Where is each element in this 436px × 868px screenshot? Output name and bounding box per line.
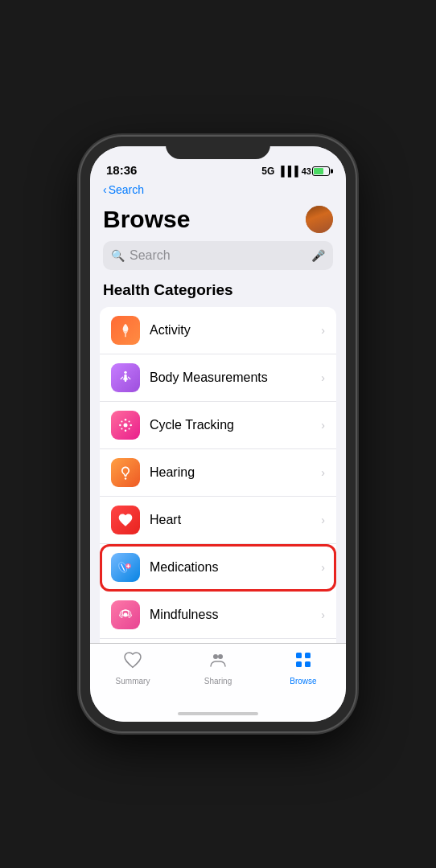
category-item-mindfulness[interactable]: Mindfulness › (100, 592, 336, 639)
activity-label: Activity (150, 323, 321, 338)
medications-icon (111, 553, 140, 582)
svg-rect-23 (305, 661, 311, 667)
search-bar[interactable]: 🔍 Search 🎤 (103, 241, 333, 270)
search-input[interactable]: Search (130, 248, 306, 263)
category-item-mobility[interactable]: Mobility › (100, 639, 336, 643)
svg-point-8 (121, 420, 122, 422)
svg-point-19 (218, 654, 223, 659)
cycle-label: Cycle Tracking (150, 418, 321, 432)
medications-label: Medications (150, 560, 321, 575)
notch (166, 137, 270, 159)
sharing-tab-icon (208, 650, 228, 674)
scroll-content[interactable]: Browse 🔍 Search 🎤 Health Categories (90, 199, 346, 643)
summary-tab-icon (123, 650, 142, 674)
body-chevron-icon: › (321, 371, 325, 384)
medications-chevron-icon: › (321, 561, 325, 574)
battery-icon: 43 (302, 166, 330, 176)
category-item-hearing[interactable]: Hearing › (100, 449, 336, 497)
browse-tab-icon (294, 650, 313, 674)
activity-chevron-icon: › (321, 324, 325, 337)
search-icon: 🔍 (111, 249, 125, 262)
tab-browse[interactable]: Browse (261, 650, 346, 686)
microphone-icon[interactable]: 🎤 (311, 249, 325, 262)
category-item-body[interactable]: Body Measurements › (100, 354, 336, 402)
heart-label: Heart (150, 513, 321, 527)
svg-line-2 (128, 377, 130, 379)
signal-bars-icon: ▐▐▐ (278, 166, 298, 177)
svg-point-18 (213, 654, 218, 659)
mindfulness-chevron-icon: › (321, 608, 325, 621)
nav-bar: ‹ Search (90, 182, 346, 199)
home-indicator (90, 706, 346, 722)
tab-summary[interactable]: Summary (90, 650, 175, 686)
svg-point-11 (129, 428, 130, 430)
svg-line-1 (121, 377, 123, 379)
activity-icon (111, 316, 140, 345)
back-button[interactable]: ‹ Search (103, 183, 333, 196)
svg-point-3 (124, 424, 128, 428)
browse-tab-label: Browse (290, 677, 316, 686)
svg-point-12 (125, 477, 127, 480)
svg-rect-22 (296, 661, 302, 667)
hearing-icon (111, 458, 140, 487)
svg-point-7 (130, 424, 132, 427)
summary-tab-label: Summary (116, 677, 150, 686)
svg-point-9 (129, 420, 130, 422)
avatar[interactable] (306, 206, 333, 233)
category-item-activity[interactable]: Activity › (100, 307, 336, 354)
category-item-cycle[interactable]: Cycle Tracking › (100, 402, 336, 449)
tab-sharing[interactable]: Sharing (175, 650, 261, 686)
section-title: Health Categories (90, 281, 346, 307)
cycle-chevron-icon: › (321, 419, 325, 432)
avatar-image (306, 206, 333, 233)
hearing-chevron-icon: › (321, 466, 325, 479)
svg-rect-20 (296, 653, 302, 658)
status-icons: 5G ▐▐▐ 43 (261, 166, 330, 177)
mindfulness-icon (111, 600, 140, 629)
back-chevron-icon: ‹ (103, 183, 107, 196)
body-icon (111, 363, 140, 392)
svg-point-0 (124, 371, 126, 374)
back-label: Search (109, 183, 144, 196)
signal-label: 5G (261, 166, 274, 177)
body-label: Body Measurements (150, 371, 321, 385)
cycle-icon (111, 411, 140, 440)
category-list: Activity › Body Measurements › (100, 307, 336, 643)
mindfulness-label: Mindfulness (150, 608, 321, 622)
svg-point-5 (125, 429, 127, 432)
sharing-tab-label: Sharing (204, 677, 232, 686)
heart-icon (111, 506, 140, 534)
category-item-medications[interactable]: Medications › (100, 544, 336, 592)
svg-rect-21 (305, 653, 311, 658)
page-header: Browse (90, 199, 346, 241)
phone-screen: 18:36 5G ▐▐▐ 43 ‹ Search (90, 146, 346, 722)
svg-point-4 (125, 419, 127, 421)
svg-point-6 (119, 424, 121, 427)
phone-frame: 18:36 5G ▐▐▐ 43 ‹ Search (80, 137, 356, 731)
tab-bar: Summary Sharing (90, 643, 346, 706)
heart-chevron-icon: › (321, 514, 325, 526)
battery-level: 43 (302, 166, 311, 176)
status-time: 18:36 (106, 163, 137, 177)
home-bar (178, 712, 258, 715)
page-title: Browse (103, 206, 190, 233)
hearing-label: Hearing (150, 465, 321, 480)
svg-point-16 (124, 613, 128, 617)
svg-point-10 (121, 428, 122, 430)
category-item-heart[interactable]: Heart › (100, 497, 336, 544)
